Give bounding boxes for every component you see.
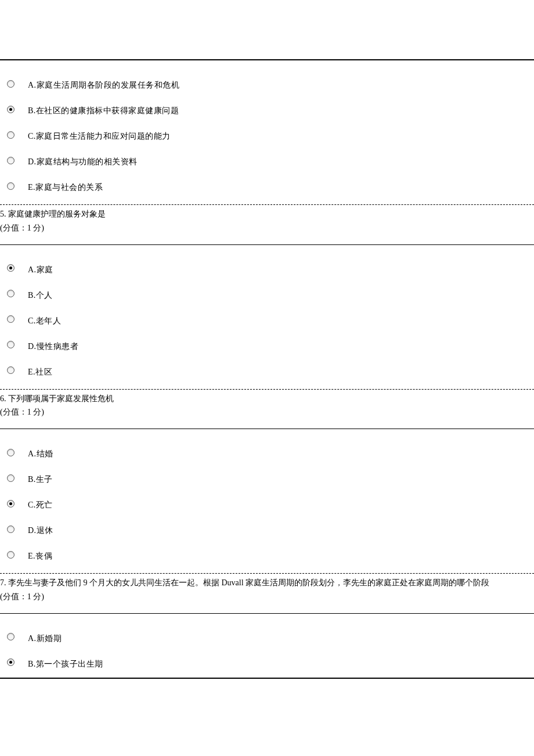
question-score: (分值：1 分) bbox=[0, 224, 44, 232]
radio-icon bbox=[7, 131, 15, 139]
radio-wrap[interactable] bbox=[7, 525, 28, 533]
question-score: (分值：1 分) bbox=[0, 408, 44, 416]
radio-icon bbox=[7, 264, 15, 272]
question-block-4: A.家庭生活周期各阶段的发展任务和危机 B.在社区的健康指标中获得家庭健康问题 … bbox=[0, 59, 534, 205]
option-row: B.个人 bbox=[0, 281, 534, 307]
question-block-6: 6. 下列哪项属于家庭发展性危机 (分值：1 分) A.结婚 B.生子 bbox=[0, 390, 534, 574]
option-label: B.在社区的健康指标中获得家庭健康问题 bbox=[28, 102, 179, 116]
radio-icon bbox=[7, 315, 15, 323]
option-row: C.家庭日常生活能力和应对问题的能力 bbox=[0, 122, 534, 147]
radio-icon bbox=[7, 182, 15, 190]
radio-wrap[interactable] bbox=[7, 106, 28, 113]
radio-icon bbox=[7, 658, 15, 666]
radio-icon bbox=[7, 290, 15, 297]
radio-wrap[interactable] bbox=[7, 633, 28, 640]
option-label: D.退休 bbox=[28, 522, 53, 536]
radio-icon bbox=[7, 525, 15, 533]
radio-wrap[interactable] bbox=[7, 290, 28, 297]
option-label: A.结婚 bbox=[28, 445, 53, 459]
question-header: 6. 下列哪项属于家庭发展性危机 (分值：1 分) bbox=[0, 390, 534, 421]
option-row: C.老年人 bbox=[0, 307, 534, 332]
radio-wrap[interactable] bbox=[7, 131, 28, 139]
options-area: A.结婚 B.生子 C.死亡 D.退休 bbox=[0, 429, 534, 573]
question-text: 李先生与妻子及他们 9 个月大的女儿共同生活在一起。根据 Duvall 家庭生活… bbox=[8, 578, 489, 587]
radio-wrap[interactable] bbox=[7, 474, 28, 482]
question-number: 5. bbox=[0, 210, 6, 218]
radio-wrap[interactable] bbox=[7, 315, 28, 323]
option-label: A.新婚期 bbox=[28, 630, 62, 644]
options-container: A.结婚 B.生子 C.死亡 D.退休 bbox=[0, 429, 534, 574]
option-row: B.第一个孩子出生期 bbox=[0, 650, 534, 675]
radio-wrap[interactable] bbox=[7, 264, 28, 272]
option-row: A.家庭生活周期各阶段的发展任务和危机 bbox=[0, 71, 534, 96]
radio-icon bbox=[7, 157, 15, 164]
option-label: A.家庭 bbox=[28, 261, 53, 275]
radio-wrap[interactable] bbox=[7, 366, 28, 374]
options-container: A.新婚期 B.第一个孩子出生期 bbox=[0, 613, 534, 679]
option-row: A.结婚 bbox=[0, 440, 534, 465]
radio-icon bbox=[7, 500, 15, 507]
option-label: B.个人 bbox=[28, 287, 53, 301]
option-row: D.退休 bbox=[0, 516, 534, 542]
options-area: A.家庭生活周期各阶段的发展任务和危机 B.在社区的健康指标中获得家庭健康问题 … bbox=[0, 60, 534, 204]
option-label: C.死亡 bbox=[28, 496, 53, 510]
options-container: A.家庭 B.个人 C.老年人 D.慢性病患者 bbox=[0, 244, 534, 390]
option-row: C.死亡 bbox=[0, 491, 534, 516]
question-header: 7. 李先生与妻子及他们 9 个月大的女儿共同生活在一起。根据 Duvall 家… bbox=[0, 574, 534, 605]
radio-icon bbox=[7, 366, 15, 374]
radio-icon bbox=[7, 633, 15, 640]
question-number: 7. bbox=[0, 578, 6, 587]
option-row: D.慢性病患者 bbox=[0, 332, 534, 358]
option-row: A.家庭 bbox=[0, 255, 534, 281]
question-block-5: 5. 家庭健康护理的服务对象是 (分值：1 分) A.家庭 B.个人 bbox=[0, 205, 534, 390]
option-row: E.丧偶 bbox=[0, 542, 534, 567]
radio-wrap[interactable] bbox=[7, 658, 28, 666]
radio-wrap[interactable] bbox=[7, 449, 28, 456]
options-area: A.新婚期 B.第一个孩子出生期 bbox=[0, 614, 534, 678]
option-label: D.家庭结构与功能的相关资料 bbox=[28, 153, 138, 167]
radio-icon bbox=[7, 106, 15, 113]
option-label: B.第一个孩子出生期 bbox=[28, 656, 103, 669]
question-score: (分值：1 分) bbox=[0, 592, 44, 601]
option-row: E.家庭与社会的关系 bbox=[0, 173, 534, 199]
question-header: 5. 家庭健康护理的服务对象是 (分值：1 分) bbox=[0, 205, 534, 236]
radio-wrap[interactable] bbox=[7, 182, 28, 190]
question-block-7: 7. 李先生与妻子及他们 9 个月大的女儿共同生活在一起。根据 Duvall 家… bbox=[0, 574, 534, 679]
radio-icon bbox=[7, 551, 15, 559]
option-label: A.家庭生活周期各阶段的发展任务和危机 bbox=[28, 77, 179, 91]
option-label: E.家庭与社会的关系 bbox=[28, 179, 103, 193]
option-label: B.生子 bbox=[28, 471, 53, 485]
question-text: 下列哪项属于家庭发展性危机 bbox=[8, 394, 114, 403]
radio-icon bbox=[7, 474, 15, 482]
option-label: E.丧偶 bbox=[28, 548, 52, 561]
options-area: A.家庭 B.个人 C.老年人 D.慢性病患者 bbox=[0, 245, 534, 389]
question-text: 家庭健康护理的服务对象是 bbox=[8, 210, 106, 218]
radio-wrap[interactable] bbox=[7, 341, 28, 348]
radio-wrap[interactable] bbox=[7, 80, 28, 88]
option-row: D.家庭结构与功能的相关资料 bbox=[0, 147, 534, 173]
question-number: 6. bbox=[0, 394, 6, 403]
radio-wrap[interactable] bbox=[7, 551, 28, 559]
option-row: A.新婚期 bbox=[0, 624, 534, 650]
option-label: D.慢性病患者 bbox=[28, 338, 78, 352]
radio-wrap[interactable] bbox=[7, 157, 28, 164]
radio-icon bbox=[7, 449, 15, 456]
option-label: C.家庭日常生活能力和应对问题的能力 bbox=[28, 128, 171, 142]
radio-wrap[interactable] bbox=[7, 500, 28, 507]
radio-icon bbox=[7, 80, 15, 88]
option-row: B.生子 bbox=[0, 465, 534, 491]
option-label: E.社区 bbox=[28, 363, 52, 377]
option-row: B.在社区的健康指标中获得家庭健康问题 bbox=[0, 96, 534, 122]
radio-icon bbox=[7, 341, 15, 348]
option-label: C.老年人 bbox=[28, 312, 61, 326]
option-row: E.社区 bbox=[0, 358, 534, 383]
